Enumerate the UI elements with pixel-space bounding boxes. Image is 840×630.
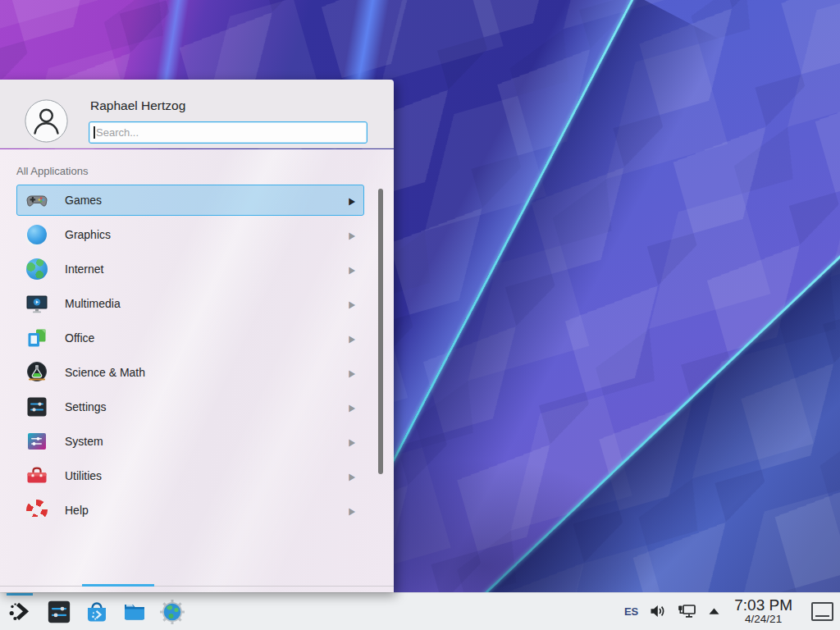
submenu-arrow-icon: ▶	[349, 368, 355, 378]
clock-time: 7:03 PM	[734, 597, 792, 614]
category-office[interactable]: Office ▶	[16, 322, 364, 354]
category-label: Office	[65, 331, 94, 345]
category-games[interactable]: Games ▶	[16, 185, 364, 216]
submenu-arrow-icon: ▶	[349, 195, 355, 206]
scrollbar-thumb[interactable]	[378, 189, 383, 474]
category-label: Utilities	[65, 469, 102, 482]
category-utilities[interactable]: Utilities ▶	[16, 460, 364, 491]
category-internet[interactable]: Internet ▶	[16, 253, 364, 285]
submenu-arrow-icon: ▶	[349, 505, 355, 516]
category-label: Settings	[65, 400, 107, 413]
user-avatar-icon	[25, 99, 68, 143]
keyboard-layout-indicator[interactable]: ES	[624, 605, 638, 618]
internet-icon	[25, 258, 48, 281]
launcher-body: All Applications Games ▶	[0, 149, 394, 592]
submenu-arrow-icon: ▶	[349, 436, 355, 447]
system-settings-icon[interactable]	[46, 599, 72, 625]
submenu-arrow-icon: ▶	[349, 264, 355, 275]
application-launcher-button[interactable]	[7, 599, 33, 625]
tab-bar: Favorites Applications	[0, 587, 394, 592]
tray-expand-arrow-icon[interactable]	[708, 607, 720, 615]
application-launcher-menu: Raphael Hertzog All Applications	[0, 80, 394, 592]
tab-applications[interactable]: Applications	[79, 587, 158, 592]
help-icon	[25, 499, 48, 517]
submenu-arrow-icon: ▶	[349, 230, 355, 240]
category-science-math[interactable]: Science & Math ▶	[16, 357, 364, 388]
category-settings[interactable]: Settings ▶	[16, 391, 364, 422]
settings-icon	[25, 395, 48, 418]
category-multimedia[interactable]: Multimedia ▶	[16, 288, 364, 319]
category-label: Games	[65, 194, 102, 207]
tab-history[interactable]: History	[236, 587, 315, 592]
text-caret	[94, 126, 95, 139]
category-label: Help	[65, 504, 89, 517]
category-label: Graphics	[65, 228, 111, 241]
taskbar-left	[0, 599, 185, 625]
volume-icon[interactable]	[649, 603, 666, 619]
graphics-icon	[25, 223, 48, 246]
category-label: Science & Math	[65, 366, 145, 379]
search-input[interactable]	[89, 121, 368, 144]
user-name: Raphael Hertzog	[90, 98, 185, 113]
network-icon[interactable]	[677, 603, 697, 619]
category-graphics[interactable]: Graphics ▶	[16, 219, 364, 250]
system-icon	[25, 430, 48, 453]
category-list: Games ▶ Graphics ▶ Internet ▶	[0, 185, 394, 517]
utilities-icon	[25, 464, 48, 487]
tab-computer[interactable]: Computer	[158, 587, 236, 592]
category-label: System	[65, 435, 103, 448]
clock-date: 4/24/21	[745, 614, 782, 625]
system-tray: ES 7:03 PM 4/24/21	[624, 597, 840, 625]
tab-favorites[interactable]: Favorites	[0, 587, 79, 592]
category-system[interactable]: System ▶	[16, 426, 364, 457]
submenu-arrow-icon: ▶	[349, 299, 355, 309]
search-field	[89, 121, 368, 144]
office-icon	[25, 326, 48, 349]
show-desktop-button[interactable]	[811, 602, 833, 621]
file-manager-icon[interactable]	[121, 599, 148, 625]
launcher-header: Raphael Hertzog	[0, 80, 394, 148]
tab-leave[interactable]: Leave	[315, 587, 394, 592]
category-label: Multimedia	[65, 297, 121, 310]
science-math-icon	[25, 361, 48, 384]
kde-application-launcher-icon	[7, 600, 32, 624]
category-label: Internet	[65, 262, 103, 276]
category-help[interactable]: Help ▶	[16, 495, 364, 517]
submenu-arrow-icon: ▶	[349, 333, 355, 344]
launcher-active-indicator	[7, 593, 33, 596]
multimedia-icon	[25, 292, 48, 315]
web-browser-icon[interactable]	[159, 599, 185, 625]
digital-clock[interactable]: 7:03 PM 4/24/21	[734, 597, 792, 625]
active-tab-indicator	[82, 584, 154, 587]
taskbar: ES 7:03 PM 4/24/21	[0, 592, 840, 630]
games-icon	[25, 189, 48, 212]
submenu-arrow-icon: ▶	[349, 402, 355, 413]
desktop: Raphael Hertzog All Applications	[0, 0, 840, 630]
section-label: All Applications	[16, 165, 88, 177]
discover-icon[interactable]	[84, 599, 110, 625]
submenu-arrow-icon: ▶	[349, 471, 355, 482]
user-avatar[interactable]	[25, 99, 68, 143]
